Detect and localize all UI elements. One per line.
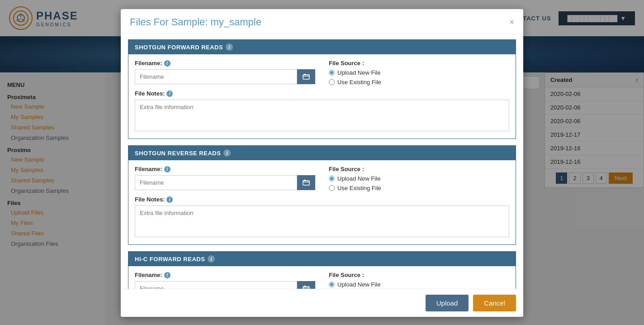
shotgun-reverse-existing-radio[interactable] — [329, 185, 335, 191]
cancel-button[interactable]: Cancel — [473, 295, 516, 311]
hic-filename-info-icon[interactable]: i — [164, 272, 170, 278]
hic-forward-upload-option[interactable]: Upload New File — [329, 281, 509, 288]
shotgun-reverse-filename-label: Filename: i — [135, 166, 315, 172]
shotgun-forward-filename-input[interactable] — [135, 69, 297, 84]
hic-forward-info-icon[interactable]: i — [208, 255, 215, 263]
shotgun-forward-source-label: File Source : — [329, 60, 509, 67]
hic-forward-form-row: Filename: i — [135, 272, 509, 289]
shotgun-reverse-section: SHOTGUN REVERSE READS i Filename: i — [128, 145, 516, 245]
shotgun-forward-existing-option[interactable]: Use Existing File — [329, 79, 509, 86]
hic-forward-body: Filename: i — [128, 266, 516, 289]
shotgun-reverse-info-icon[interactable]: i — [223, 149, 231, 157]
shotgun-forward-notes-input[interactable] — [135, 100, 509, 131]
shotgun-reverse-upload-option[interactable]: Upload New File — [329, 175, 509, 182]
shotgun-forward-info-icon[interactable]: i — [226, 43, 233, 51]
shotgun-reverse-header: SHOTGUN REVERSE READS i — [128, 146, 516, 160]
shotgun-forward-form-row: Filename: i — [135, 60, 509, 86]
shotgun-reverse-body: Filename: i — [128, 160, 516, 244]
shotgun-reverse-upload-radio[interactable] — [329, 176, 335, 182]
files-modal: Files For Sample: my_sample × SHOTGUN FO… — [121, 9, 523, 317]
shotgun-forward-body: Filename: i — [128, 54, 516, 139]
hic-forward-upload-radio[interactable] — [329, 282, 335, 287]
hic-forward-section: HI-C FORWARD READS i Filename: i — [128, 251, 516, 289]
shotgun-reverse-form-row: Filename: i — [135, 166, 509, 191]
notes-info-icon[interactable]: i — [166, 91, 173, 97]
shotgun-forward-source-group: File Source : Upload New File Use Existi… — [329, 60, 509, 86]
shotgun-forward-browse-button[interactable] — [297, 69, 315, 84]
sr-notes-info-icon[interactable]: i — [166, 196, 173, 203]
hic-forward-source-label: File Source : — [329, 272, 509, 278]
modal-overlay: Files For Sample: my_sample × SHOTGUN FO… — [0, 0, 644, 325]
shotgun-reverse-source-options: Upload New File Use Existing File — [329, 175, 509, 191]
shotgun-reverse-browse-button[interactable] — [297, 175, 315, 190]
svg-rect-10 — [303, 181, 309, 185]
shotgun-reverse-filename-group: Filename: i — [135, 166, 315, 191]
shotgun-forward-upload-radio[interactable] — [329, 70, 335, 76]
shotgun-reverse-existing-option[interactable]: Use Existing File — [329, 185, 509, 191]
shotgun-reverse-filename-input[interactable] — [135, 175, 297, 190]
shotgun-forward-upload-option[interactable]: Upload New File — [329, 69, 509, 76]
hic-forward-header: HI-C FORWARD READS i — [128, 252, 516, 266]
modal-footer: Upload Cancel — [121, 289, 523, 317]
shotgun-forward-filename-input-row — [135, 69, 315, 84]
sr-filename-info-icon[interactable]: i — [164, 166, 170, 172]
hic-forward-browse-button[interactable] — [297, 281, 315, 289]
modal-header: Files For Sample: my_sample × — [121, 9, 523, 34]
hic-forward-filename-group: Filename: i — [135, 272, 315, 289]
shotgun-forward-header: SHOTGUN FORWARD READS i — [128, 40, 516, 54]
shotgun-forward-notes-label: File Notes: i — [135, 90, 509, 97]
hic-forward-source-options: Upload New File Use Existing File — [329, 281, 509, 289]
upload-button[interactable]: Upload — [426, 295, 469, 311]
hic-forward-filename-label: Filename: i — [135, 272, 315, 278]
shotgun-forward-filename-group: Filename: i — [135, 60, 315, 86]
modal-title: Files For Sample: my_sample — [130, 16, 261, 28]
svg-rect-8 — [303, 75, 309, 79]
filename-info-icon[interactable]: i — [164, 60, 170, 67]
shotgun-forward-source-options: Upload New File Use Existing File — [329, 69, 509, 86]
shotgun-forward-notes-group: File Notes: i — [135, 90, 509, 133]
modal-body: SHOTGUN FORWARD READS i Filename: i — [121, 34, 523, 289]
shotgun-forward-existing-radio[interactable] — [329, 79, 335, 85]
shotgun-forward-section: SHOTGUN FORWARD READS i Filename: i — [128, 39, 516, 139]
svg-rect-11 — [304, 180, 306, 181]
modal-close-button[interactable]: × — [509, 18, 514, 26]
shotgun-reverse-source-group: File Source : Upload New File Use Existi… — [329, 166, 509, 191]
shotgun-reverse-notes-input[interactable] — [135, 206, 509, 237]
shotgun-forward-filename-label: Filename: i — [135, 60, 315, 67]
hic-forward-filename-input[interactable] — [135, 281, 297, 289]
svg-rect-13 — [304, 286, 306, 287]
svg-rect-9 — [304, 74, 306, 75]
shotgun-reverse-filename-input-row — [135, 175, 315, 190]
shotgun-reverse-notes-group: File Notes: i — [135, 196, 509, 239]
hic-forward-filename-input-row — [135, 281, 315, 289]
shotgun-reverse-notes-label: File Notes: i — [135, 196, 509, 203]
hic-forward-source-group: File Source : Upload New File Use Existi… — [329, 272, 509, 289]
shotgun-reverse-source-label: File Source : — [329, 166, 509, 172]
